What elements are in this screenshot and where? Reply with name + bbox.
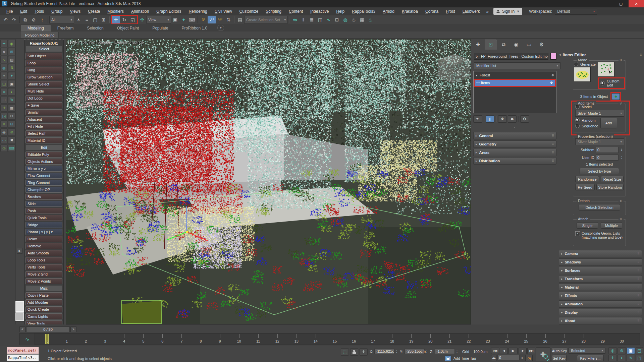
play-icon[interactable]: ▶	[508, 348, 518, 354]
rappatools-button[interactable]: Similar	[25, 109, 62, 115]
select-and-place-icon[interactable]: ✣	[138, 16, 146, 23]
ribbon-tab[interactable]: Selection	[80, 25, 110, 32]
rappatools-button[interactable]: Select Half	[25, 130, 62, 136]
configure-modifier-sets-icon[interactable]: ⚙	[520, 115, 529, 123]
previous-frame-icon[interactable]: ◀|	[500, 348, 508, 354]
add-button[interactable]: Add	[600, 118, 617, 128]
zoom-all-icon[interactable]: ⊕	[618, 347, 626, 354]
randomize-button[interactable]: Randomize	[575, 176, 599, 182]
rappatools-button[interactable]: + Save	[25, 102, 62, 108]
track-bar[interactable]: 0123456789101112131415161718192021222324…	[35, 333, 640, 345]
object-color-swatch[interactable]	[550, 53, 556, 60]
orbit-icon[interactable]: ↻	[627, 355, 635, 361]
display-tab-icon[interactable]: ▭	[523, 40, 535, 50]
menu-item[interactable]: Tools	[31, 9, 48, 14]
motion-tab-icon[interactable]: ◉	[510, 40, 522, 50]
consolidate-checkbox[interactable]: ✓	[575, 231, 580, 236]
rappatools-button[interactable]: Add Modifier	[25, 299, 62, 305]
snaps-toggle-icon[interactable]: 3²	[199, 16, 208, 23]
absolute-mode-icon[interactable]: ✛	[360, 348, 368, 356]
dock-tool-icon[interactable]: ⊡	[8, 120, 15, 128]
rappatools-button[interactable]: Objects Actions	[25, 159, 62, 165]
viewport-canvas[interactable]	[66, 39, 471, 324]
zoom-extents-icon[interactable]: ▣	[627, 347, 635, 354]
menu-item[interactable]: Create	[84, 9, 104, 14]
frame-spinner[interactable]	[520, 355, 524, 361]
toolbar-separator[interactable]	[48, 16, 48, 23]
rendered-frame-icon[interactable]: ▦	[358, 16, 366, 23]
pan-icon[interactable]: ✛	[608, 355, 617, 361]
toolbar-separator[interactable]	[19, 16, 20, 23]
previous-frame-arrow[interactable]: <	[19, 326, 25, 332]
subitem-field[interactable]: 0	[596, 147, 619, 153]
workspace-dropdown[interactable]: Default	[555, 8, 597, 15]
key-mode-toggle-icon[interactable]: ◀▶	[491, 355, 496, 361]
walk-through-icon[interactable]: ⌖	[618, 355, 626, 361]
rappatools-button[interactable]: Bridge	[25, 222, 62, 228]
dock-tool-icon[interactable]: ⊕	[8, 128, 15, 136]
time-slider[interactable]: 0 / 30	[26, 326, 70, 332]
generate-thumbnail[interactable]	[574, 67, 591, 82]
modify-tab-icon[interactable]: ⊡	[485, 40, 497, 50]
dock-tool-icon[interactable]: ◷	[0, 144, 8, 152]
zoom-region-icon[interactable]: ◰	[636, 347, 643, 354]
rappatools-button[interactable]: Edit	[25, 144, 62, 150]
menu-item[interactable]: Scripting	[262, 9, 285, 14]
current-frame-field[interactable]: 0	[497, 355, 520, 360]
menu-item[interactable]: RappaTools3	[348, 9, 379, 14]
userid-field[interactable]: 0	[596, 155, 619, 161]
select-and-link-icon[interactable]: ⧉	[21, 16, 30, 23]
menu-overflow-icon[interactable]: »	[486, 9, 489, 14]
dock-tool-icon[interactable]: ▤	[8, 56, 15, 63]
menu-item[interactable]: Group	[48, 9, 66, 14]
panel-scroll-arrow-icon[interactable]: ▶	[17, 248, 22, 254]
next-frame-icon[interactable]: |▶	[519, 348, 527, 354]
zoom-icon[interactable]: ◎	[608, 347, 617, 354]
dock-tool-icon[interactable]: ◍	[0, 64, 8, 71]
rappatools-button[interactable]: Cams Lights	[25, 313, 62, 319]
rollout-header[interactable]: General	[473, 132, 556, 139]
rollout-header[interactable]: Distribution	[473, 157, 556, 165]
maximize-viewport-icon[interactable]: ◳	[636, 355, 643, 361]
rollout-header[interactable]: Shadows	[559, 258, 642, 266]
rappatools-button[interactable]: Dot Loop	[25, 95, 62, 101]
go-to-start-icon[interactable]: |◀◀	[491, 348, 499, 354]
minimize-button[interactable]: ─	[598, 0, 613, 7]
menu-item[interactable]: File	[3, 9, 16, 14]
panel-splitter[interactable]	[473, 126, 556, 129]
viewport-label[interactable]: [+] [Perspective] [Standard] [Default Sh…	[69, 40, 143, 44]
edit-named-selections-icon[interactable]: ▤	[236, 16, 244, 23]
random-radio[interactable]: Random	[575, 118, 598, 122]
rappatools-button[interactable]: Misc	[25, 285, 62, 291]
time-tag-cube-icon[interactable]: ▣	[445, 355, 451, 361]
schematic-view-icon[interactable]: ⊟	[333, 16, 341, 23]
menu-item[interactable]: Views	[66, 9, 84, 14]
reset-size-button[interactable]: Reset Size	[601, 176, 624, 182]
named-selection-set-dropdown[interactable]: Create Selection Set	[244, 16, 288, 24]
rollout-header[interactable]: Surfaces	[559, 267, 642, 274]
rappatools-button[interactable]: Quick Tools	[25, 215, 62, 221]
rappatools-button[interactable]: Slide	[25, 201, 62, 207]
select-and-rotate-icon[interactable]: ↻	[120, 15, 128, 24]
dock-tool-icon[interactable]: ▭	[0, 136, 8, 144]
selection-set-dropdown[interactable]: Selected	[569, 348, 605, 354]
generate-radio[interactable]: Generate	[574, 62, 596, 66]
dock-tool-icon[interactable]: ✦	[8, 72, 15, 79]
menu-item[interactable]: Graph Editors	[153, 9, 185, 14]
toolbar-separator[interactable]	[198, 16, 198, 23]
select-object-icon[interactable]: ➤	[74, 15, 83, 24]
dock-tool-icon[interactable]: ⊞	[8, 48, 15, 55]
select-by-type-button[interactable]: Select by type	[580, 168, 619, 174]
rappatools-button[interactable]: Select	[25, 46, 62, 52]
properties-model-dropdown[interactable]: Silver Maple 1	[575, 138, 624, 145]
menu-item[interactable]: Rendering	[185, 9, 211, 14]
key-filters-button[interactable]: Key Filters...	[577, 355, 604, 361]
rappatools-button[interactable]: Move 2 Grid	[25, 271, 62, 277]
expand-icon[interactable]	[475, 73, 478, 77]
object-name-field[interactable]: 5 - FP_Foreground_Trees - Custom Edit mo…	[474, 53, 548, 60]
rappatools-button[interactable]: Remove	[25, 243, 62, 249]
material-editor-icon[interactable]: ◍	[341, 16, 350, 23]
menu-item[interactable]: Interactive	[307, 9, 332, 14]
rappatools-button[interactable]: Brushes	[25, 194, 62, 200]
render-setup-icon[interactable]: ♨	[350, 16, 358, 23]
